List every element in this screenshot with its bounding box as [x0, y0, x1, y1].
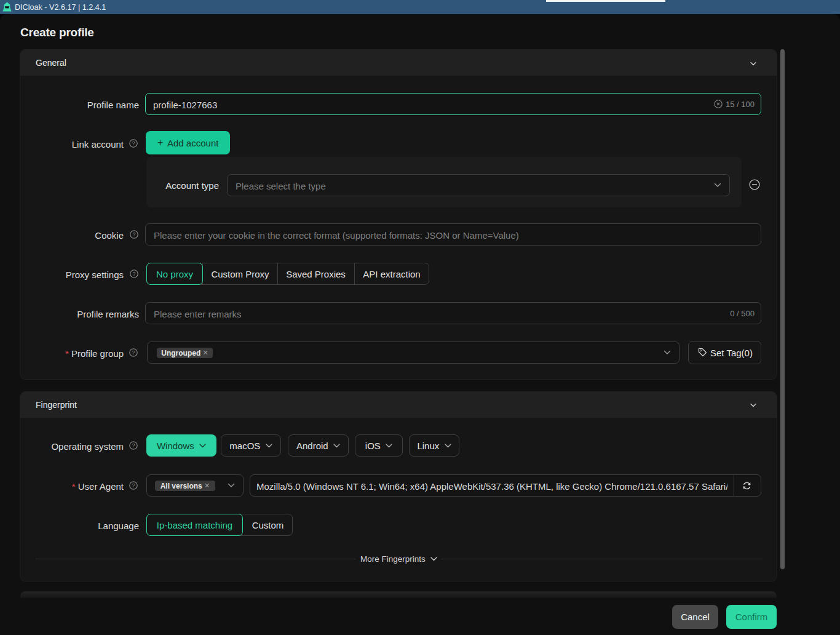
svg-text:?: ? [132, 140, 135, 146]
svg-text:?: ? [132, 231, 135, 238]
svg-text:?: ? [132, 442, 135, 449]
svg-text:?: ? [132, 482, 135, 489]
svg-text:?: ? [132, 349, 135, 356]
svg-text:?: ? [132, 271, 135, 277]
